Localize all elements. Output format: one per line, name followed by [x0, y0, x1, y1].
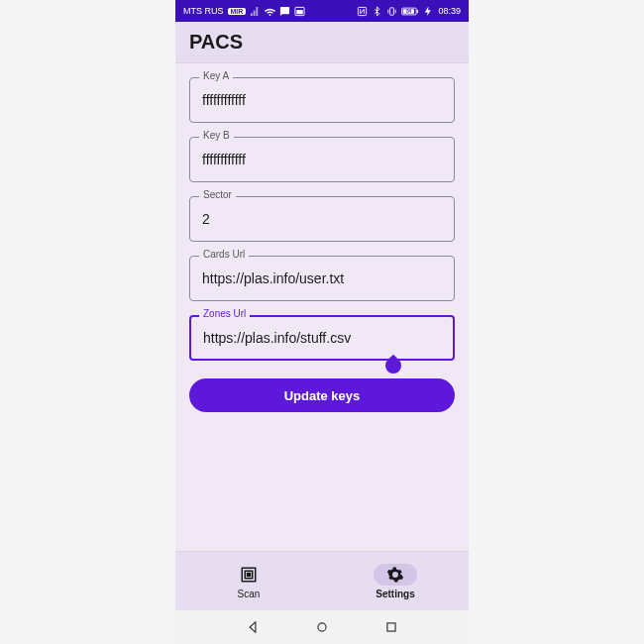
svg-rect-6 [417, 9, 418, 12]
bottom-nav: Scan Settings [175, 551, 469, 610]
signal-icon [250, 6, 261, 17]
svg-rect-10 [248, 573, 251, 576]
wifi-icon [265, 6, 275, 17]
back-button[interactable] [246, 620, 260, 634]
nav-label: Scan [238, 589, 261, 599]
svg-text:84: 84 [407, 9, 413, 14]
key-b-input[interactable] [202, 152, 442, 167]
nfc-icon [357, 6, 368, 17]
svg-rect-3 [390, 7, 394, 14]
field-sector: Sector [189, 196, 455, 242]
carrier-badge: MIR [228, 8, 247, 15]
key-a-input[interactable] [202, 92, 442, 108]
field-cards-url: Cards Url [189, 256, 455, 301]
clock-label: 08:39 [438, 6, 461, 16]
svg-rect-12 [387, 623, 395, 631]
vibrate-icon [386, 6, 397, 17]
field-zones-url: Zones Url [189, 315, 455, 361]
nav-item-settings[interactable]: Settings [322, 552, 469, 610]
app-drawer-icon [294, 6, 305, 17]
home-button[interactable] [315, 620, 329, 634]
field-key-a: Key A [189, 77, 455, 123]
zones-url-input[interactable] [203, 330, 441, 346]
gear-icon [386, 566, 404, 584]
page-title: PACS [189, 31, 243, 54]
scan-icon [240, 566, 258, 584]
nav-item-scan[interactable]: Scan [175, 552, 322, 610]
battery-icon: 84 [401, 6, 419, 17]
field-label: Cards Url [199, 249, 249, 260]
field-label: Zones Url [199, 308, 250, 319]
carrier-label: MTS RUS [183, 6, 224, 16]
field-key-b: Key B [189, 137, 455, 182]
sector-input[interactable] [202, 211, 442, 227]
svg-point-11 [318, 623, 326, 631]
settings-form: Key A Key B Sector Cards Url Zones Url [175, 63, 469, 551]
cards-url-input[interactable] [202, 270, 442, 286]
field-label: Key B [199, 130, 234, 141]
charging-icon [423, 6, 434, 17]
app-bar: PACS [175, 22, 469, 63]
field-label: Sector [199, 189, 236, 200]
bluetooth-icon [372, 6, 382, 17]
system-nav-bar [175, 610, 469, 644]
svg-rect-1 [297, 10, 303, 14]
recents-button[interactable] [384, 620, 398, 634]
chat-icon [279, 6, 290, 17]
nav-label: Settings [376, 589, 414, 599]
status-bar: MTS RUS MIR 84 08:39 [175, 0, 469, 22]
update-keys-button[interactable]: Update keys [189, 378, 455, 412]
field-label: Key A [199, 70, 233, 81]
